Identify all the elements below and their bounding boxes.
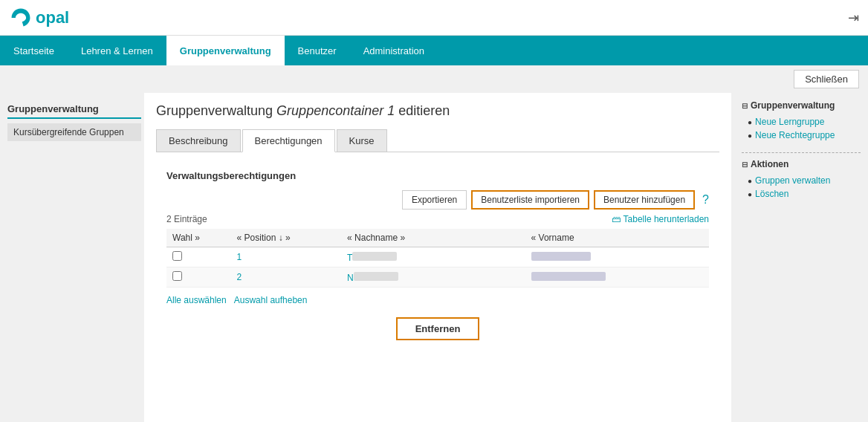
panel: Verwaltungsberechtigungen Exportieren Be… xyxy=(156,163,719,348)
right-item-gruppen-verwalten[interactable]: ● Gruppen verwalten xyxy=(742,174,861,187)
remove-row: Entfernen xyxy=(166,317,709,340)
sidebar-item-kursubergreifende-gruppen[interactable]: Kursübergreifende Gruppen xyxy=(7,123,141,141)
row1-nachname: T xyxy=(341,247,525,267)
nav-gruppenverwaltung[interactable]: Gruppenverwaltung xyxy=(166,36,285,65)
tab-beschreibung[interactable]: Beschreibung xyxy=(156,129,241,152)
right-section-header-gruppenverwaltung[interactable]: ⊟ Gruppenverwaltung xyxy=(742,100,861,111)
data-table: Wahl » « Position ↓ » « Nachname » « Vor… xyxy=(166,229,709,288)
tabs: Beschreibung Berechtigungen Kurse xyxy=(156,129,719,152)
nav-bar: Startseite Lehren & Lernen Gruppenverwal… xyxy=(0,36,868,65)
col-header-position[interactable]: « Position ↓ » xyxy=(231,229,341,247)
export-button[interactable]: Exportieren xyxy=(402,190,467,210)
panel-title: Verwaltungsberechtigungen xyxy=(166,170,709,181)
add-user-button[interactable]: Benutzer hinzufügen xyxy=(594,190,695,210)
nav-lehren-lernen[interactable]: Lehren & Lernen xyxy=(68,36,166,65)
col-header-wahl[interactable]: Wahl » xyxy=(166,229,231,247)
deselect-all-link[interactable]: Auswahl aufheben xyxy=(234,295,308,305)
nav-administration[interactable]: Administration xyxy=(350,36,438,65)
select-all-row: Alle auswählen Auswahl aufheben xyxy=(166,295,709,305)
table-row: 1 T xyxy=(166,247,709,267)
right-section-gruppenverwaltung: ⊟ Gruppenverwaltung ● Neue Lerngruppe ● … xyxy=(742,100,861,142)
entries-count: 2 Einträge xyxy=(166,214,207,224)
row1-position[interactable]: 1 xyxy=(231,247,341,267)
toggle-icon-gruppenverwaltung: ⊟ xyxy=(742,102,748,110)
logo-text: opal xyxy=(36,8,69,27)
logo-icon xyxy=(9,6,33,30)
help-icon[interactable]: ? xyxy=(702,193,709,207)
row2-nachname: N xyxy=(341,267,525,288)
right-section-aktionen: ⊟ Aktionen ● Gruppen verwalten ● Löschen xyxy=(742,159,861,201)
row1-checkbox-cell xyxy=(166,247,231,267)
divider xyxy=(742,152,861,153)
toggle-icon-aktionen: ⊟ xyxy=(742,160,748,169)
col-header-vorname[interactable]: « Vorname xyxy=(525,229,709,247)
left-sidebar-title: Gruppenverwaltung xyxy=(7,103,141,119)
right-section-header-aktionen[interactable]: ⊟ Aktionen xyxy=(742,159,861,169)
page-title: Gruppenverwaltung Gruppencontainer 1 edi… xyxy=(156,103,719,119)
main-layout: Gruppenverwaltung Kursübergreifende Grup… xyxy=(0,93,868,422)
top-right-area: ⇥ xyxy=(848,10,859,26)
tab-kurse[interactable]: Kurse xyxy=(337,129,387,152)
table-info: 2 Einträge 🗃 Tabelle herunterladen xyxy=(166,214,709,224)
close-button[interactable]: Schließen xyxy=(794,70,859,88)
table-icon: 🗃 xyxy=(612,214,621,224)
toolbar: Exportieren Benutzerliste importieren Be… xyxy=(166,190,709,210)
logo: opal xyxy=(9,6,69,30)
nav-startseite[interactable]: Startseite xyxy=(0,36,68,65)
row2-vorname xyxy=(525,267,709,288)
nav-benutzer[interactable]: Benutzer xyxy=(285,36,350,65)
right-item-neue-rechtegruppe[interactable]: ● Neue Rechtegruppe xyxy=(742,129,861,142)
remove-button[interactable]: Entfernen xyxy=(396,317,480,340)
left-sidebar: Gruppenverwaltung Kursübergreifende Grup… xyxy=(0,93,141,422)
right-sidebar: ⊟ Gruppenverwaltung ● Neue Lerngruppe ● … xyxy=(734,93,868,422)
bullet-icon: ● xyxy=(748,190,752,198)
bullet-icon: ● xyxy=(748,132,752,140)
close-bar: Schließen xyxy=(0,65,868,93)
import-button[interactable]: Benutzerliste importieren xyxy=(471,190,589,210)
row2-checkbox[interactable] xyxy=(172,271,182,281)
bullet-icon: ● xyxy=(748,177,752,185)
right-item-loschen[interactable]: ● Löschen xyxy=(742,187,861,201)
row1-vorname xyxy=(525,247,709,267)
table-header-row: Wahl » « Position ↓ » « Nachname » « Vor… xyxy=(166,229,709,247)
row2-checkbox-cell xyxy=(166,267,231,288)
content-area: Gruppenverwaltung Gruppencontainer 1 edi… xyxy=(144,93,731,422)
top-bar: opal ⇥ xyxy=(0,0,868,36)
right-item-neue-lerngruppe[interactable]: ● Neue Lerngruppe xyxy=(742,115,861,129)
row2-position[interactable]: 2 xyxy=(231,267,341,288)
tab-berechtigungen[interactable]: Berechtigungen xyxy=(242,129,335,152)
download-link[interactable]: 🗃 Tabelle herunterladen xyxy=(612,214,709,224)
row1-checkbox[interactable] xyxy=(172,251,182,261)
select-all-link[interactable]: Alle auswählen xyxy=(166,295,227,305)
table-row: 2 N xyxy=(166,267,709,288)
logout-icon[interactable]: ⇥ xyxy=(848,10,859,25)
bullet-icon: ● xyxy=(748,118,752,126)
col-header-nachname[interactable]: « Nachname » xyxy=(341,229,525,247)
